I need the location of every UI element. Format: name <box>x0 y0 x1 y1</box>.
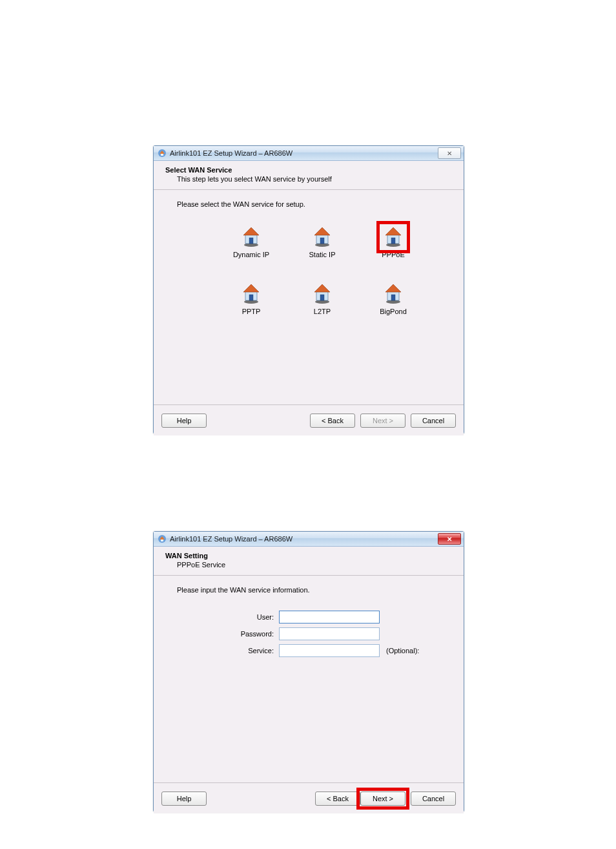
wan-option-dynamic-ip[interactable]: Dynamic IP <box>216 225 287 258</box>
close-icon: ✕ <box>447 150 452 157</box>
wizard-header: Select WAN Service This step lets you se… <box>154 161 464 190</box>
user-input[interactable] <box>279 611 380 624</box>
house-icon <box>382 225 405 248</box>
wizard-step-subtitle: PPPoE Service <box>177 561 452 569</box>
password-input[interactable] <box>279 627 380 640</box>
user-label: User: <box>218 613 274 621</box>
next-button[interactable]: Next > <box>360 414 406 428</box>
wizard-footer: Help < Back Next > Cancel <box>154 406 464 435</box>
service-label: Service: <box>218 647 274 655</box>
wizard-window-select-wan: Airlink101 EZ Setup Wizard – AR686W ✕ Se… <box>153 145 464 434</box>
titlebar: Airlink101 EZ Setup Wizard – AR686W ✕ <box>154 146 464 161</box>
wan-option-static-ip[interactable]: Static IP <box>287 225 358 258</box>
service-optional-label: (Optional): <box>386 647 419 655</box>
help-button[interactable]: Help <box>161 414 207 428</box>
back-button[interactable]: < Back <box>310 414 355 428</box>
house-icon <box>311 225 334 248</box>
house-icon <box>240 225 263 248</box>
close-button[interactable]: ✕ <box>438 533 461 545</box>
wan-option-bigpond[interactable]: BigPond <box>358 282 429 315</box>
wizard-step-subtitle: This step lets you select WAN service by… <box>177 175 452 183</box>
window-title: Airlink101 EZ Setup Wizard – AR686W <box>170 149 438 157</box>
window-title: Airlink101 EZ Setup Wizard – AR686W <box>170 535 438 543</box>
wan-option-label: PPTP <box>242 308 261 315</box>
cancel-button[interactable]: Cancel <box>411 791 456 806</box>
wizard-footer: Help < Back Next > Cancel <box>154 784 464 813</box>
titlebar: Airlink101 EZ Setup Wizard – AR686W ✕ <box>154 532 464 547</box>
next-button[interactable]: Next > <box>360 791 406 806</box>
instruction-text: Please input the WAN service information… <box>177 586 456 594</box>
close-icon: ✕ <box>447 536 452 543</box>
house-icon <box>240 282 263 305</box>
wan-option-label: Static IP <box>309 251 336 258</box>
wizard-window-wan-setting: Airlink101 EZ Setup Wizard – AR686W ✕ WA… <box>153 531 464 812</box>
wizard-step-title: Select WAN Service <box>165 166 452 174</box>
wan-option-pptp[interactable]: PPTP <box>216 282 287 315</box>
wizard-header: WAN Setting PPPoE Service <box>154 547 464 576</box>
app-icon <box>158 534 167 543</box>
back-button[interactable]: < Back <box>315 791 360 806</box>
help-button[interactable]: Help <box>161 791 207 806</box>
service-input[interactable] <box>279 644 380 657</box>
wizard-body: Please select the WAN service for setup.… <box>154 190 464 404</box>
wizard-body: Please input the WAN service information… <box>154 576 464 782</box>
close-button[interactable]: ✕ <box>438 147 461 159</box>
wan-option-label: PPPoE <box>382 251 404 258</box>
wan-option-pppoe[interactable]: PPPoE <box>358 225 429 258</box>
house-icon <box>382 282 405 305</box>
wan-option-label: BigPond <box>380 308 407 315</box>
instruction-text: Please select the WAN service for setup. <box>177 200 456 208</box>
house-icon <box>311 282 334 305</box>
wan-option-label: Dynamic IP <box>233 251 269 258</box>
app-icon <box>158 149 167 158</box>
cancel-button[interactable]: Cancel <box>411 414 456 428</box>
wan-option-l2tp[interactable]: L2TP <box>287 282 358 315</box>
wizard-step-title: WAN Setting <box>165 552 452 560</box>
wan-option-label: L2TP <box>314 308 331 315</box>
password-label: Password: <box>218 630 274 638</box>
